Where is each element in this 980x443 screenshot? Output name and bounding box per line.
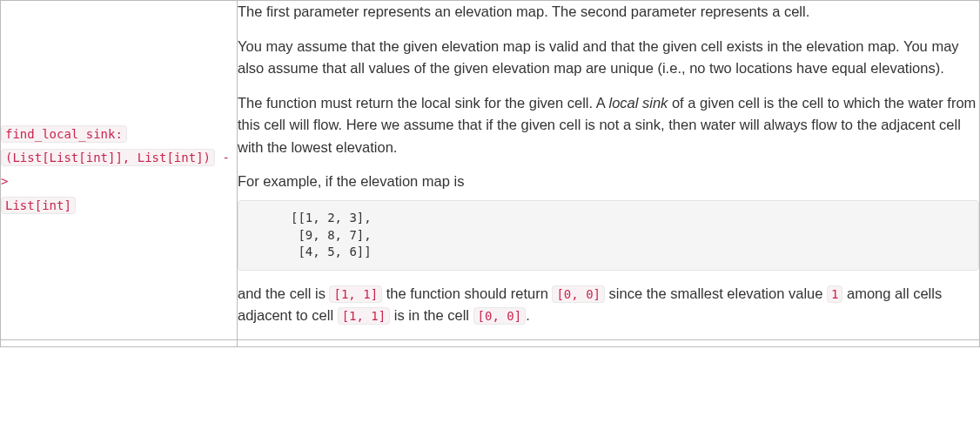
cell-out-code: [0, 0]: [552, 285, 605, 303]
fn-return-token: List[int]: [1, 197, 76, 214]
val-code: 1: [827, 285, 842, 303]
cell-in-code: [1, 1]: [329, 285, 382, 303]
signature-cell: find_local_sink: (List[List[int]], List[…: [1, 1, 238, 340]
para-3: The function must return the local sink …: [238, 92, 979, 159]
next-row-right: [238, 339, 980, 346]
para-2: You may assume that the given elevation …: [238, 36, 979, 80]
p5b: the function should return: [382, 285, 552, 301]
function-signature: find_local_sink: (List[List[int]], List[…: [1, 123, 237, 218]
description-cell: The first parameter represents an elevat…: [238, 1, 980, 340]
p5a: and the cell is: [238, 285, 329, 301]
elevation-map-code: [[1, 2, 3], [9, 8, 7], [4, 5, 6]]: [238, 200, 979, 271]
para-4: For example, if the elevation map is: [238, 171, 979, 193]
fn-name-token: find_local_sink:: [1, 125, 127, 143]
local-sink-em: local sink: [608, 95, 668, 111]
para-3a: The function must return the local sink …: [238, 95, 608, 111]
para-1: The first parameter represents an elevat…: [238, 1, 979, 23]
spec-table: find_local_sink: (List[List[int]], List[…: [0, 0, 980, 347]
cell-ref1-code: [1, 1]: [338, 307, 391, 325]
fn-args-token: (List[List[int]], List[int]): [1, 149, 215, 166]
p5e: is in the cell: [390, 307, 473, 323]
p5c: since the smallest elevation value: [605, 285, 827, 301]
para-5: and the cell is [1, 1] the function shou…: [238, 283, 979, 327]
p5f: .: [526, 307, 530, 323]
next-row-left: [1, 339, 238, 346]
cell-ref2-code: [0, 0]: [473, 307, 527, 325]
